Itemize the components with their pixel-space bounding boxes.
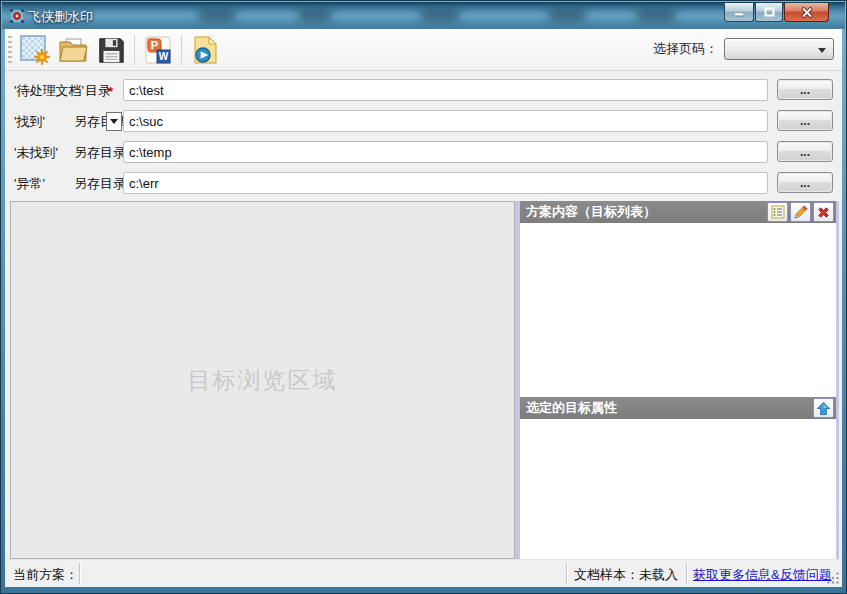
office-doc-button[interactable]: P W bbox=[140, 32, 176, 68]
chevron-down-icon bbox=[818, 48, 826, 53]
run-doc-icon bbox=[189, 34, 221, 66]
error-dir-label: '异常'另存目录 bbox=[14, 175, 126, 193]
error-dir-input[interactable] bbox=[123, 172, 768, 194]
pending-docs-dir-input[interactable] bbox=[123, 79, 768, 101]
pending-docs-label: '待处理文档'目录 bbox=[14, 82, 111, 100]
doc-sample-status: 文档样本：未载入 bbox=[574, 566, 678, 584]
current-plan-label: 当前方案： bbox=[13, 566, 78, 584]
open-folder-button[interactable] bbox=[55, 32, 91, 68]
toolbar-separator bbox=[181, 35, 182, 65]
glass-reflection bbox=[548, 10, 586, 21]
svg-text:W: W bbox=[159, 51, 169, 62]
notfound-dir-browse-button[interactable]: ... bbox=[777, 141, 833, 162]
pending-docs-browse-button[interactable]: ... bbox=[777, 79, 833, 100]
office-doc-icon: P W bbox=[142, 34, 174, 66]
found-dir-row: '找到'另存目录 ... bbox=[5, 110, 842, 132]
notfound-dir-row: '未找到'另存目录 ... bbox=[5, 141, 842, 163]
glass-reflection bbox=[298, 10, 332, 21]
delete-target-button[interactable] bbox=[813, 202, 834, 222]
up-arrow-icon bbox=[816, 401, 831, 416]
toolbar-grip[interactable] bbox=[8, 36, 12, 64]
page-select-combo[interactable] bbox=[724, 38, 834, 60]
required-asterisk: * bbox=[108, 84, 113, 99]
list-icon bbox=[771, 205, 785, 219]
save-button[interactable] bbox=[93, 32, 129, 68]
new-target-icon bbox=[19, 34, 51, 66]
save-icon bbox=[96, 35, 126, 65]
right-panel: 方案内容（目标列表） bbox=[520, 201, 839, 559]
browse-area-placeholder: 目标浏览区域 bbox=[188, 365, 338, 396]
found-dir-dropdown-button[interactable] bbox=[106, 112, 122, 131]
pending-docs-row: '待处理文档'目录 * ... bbox=[5, 79, 842, 101]
plan-panel-header: 方案内容（目标列表） bbox=[520, 201, 836, 223]
props-panel-header: 选定的目标属性 bbox=[520, 397, 836, 419]
page-select-label: 选择页码： bbox=[653, 40, 718, 58]
found-dir-browse-button[interactable]: ... bbox=[777, 110, 833, 131]
error-dir-row: '异常'另存目录 ... bbox=[5, 172, 842, 194]
maximize-button[interactable] bbox=[755, 3, 783, 22]
notfound-dir-input[interactable] bbox=[123, 141, 768, 163]
minimize-button[interactable] bbox=[724, 3, 754, 22]
chevron-down-icon bbox=[110, 119, 118, 124]
statusbar-separator bbox=[686, 563, 687, 584]
statusbar: 当前方案： 文档样本：未载入 获取更多信息&反馈问题 bbox=[5, 559, 842, 587]
glass-reflection bbox=[198, 10, 236, 21]
target-browse-area[interactable]: 目标浏览区域 bbox=[10, 201, 515, 559]
found-dir-input[interactable] bbox=[123, 110, 768, 132]
edit-target-button[interactable] bbox=[790, 202, 811, 222]
new-target-button[interactable] bbox=[17, 32, 53, 68]
notfound-dir-label: '未找到'另存目录 bbox=[14, 144, 126, 162]
glass-reflection bbox=[636, 10, 676, 21]
apply-up-button[interactable] bbox=[813, 398, 834, 418]
plan-target-list[interactable] bbox=[520, 223, 833, 395]
statusbar-separator bbox=[566, 563, 567, 584]
error-dir-browse-button[interactable]: ... bbox=[777, 172, 833, 193]
client-area: P W 选择页码： bbox=[5, 29, 842, 587]
plan-panel-title: 方案内容（目标列表） bbox=[526, 203, 656, 221]
pencil-icon bbox=[793, 205, 808, 220]
toolbar-separator bbox=[134, 35, 135, 65]
titlebar[interactable]: 飞侠删水印 bbox=[2, 2, 845, 30]
statusbar-separator bbox=[79, 563, 80, 584]
window-frame: 飞侠删水印 bbox=[0, 0, 847, 594]
open-folder-icon bbox=[57, 34, 89, 66]
window-title: 飞侠删水印 bbox=[28, 8, 93, 26]
props-panel-title: 选定的目标属性 bbox=[526, 399, 617, 417]
toolbar: P W 选择页码： bbox=[5, 29, 842, 71]
delete-x-icon bbox=[816, 205, 831, 220]
selected-target-properties[interactable] bbox=[520, 419, 833, 559]
resize-grip[interactable] bbox=[827, 572, 840, 585]
plan-list-button[interactable] bbox=[767, 202, 788, 222]
svg-text:P: P bbox=[151, 39, 158, 51]
feedback-link[interactable]: 获取更多信息&反馈问题 bbox=[693, 566, 832, 584]
app-icon bbox=[9, 8, 25, 24]
close-button[interactable] bbox=[784, 3, 829, 22]
glass-reflection bbox=[420, 10, 460, 21]
run-doc-button[interactable] bbox=[187, 32, 223, 68]
